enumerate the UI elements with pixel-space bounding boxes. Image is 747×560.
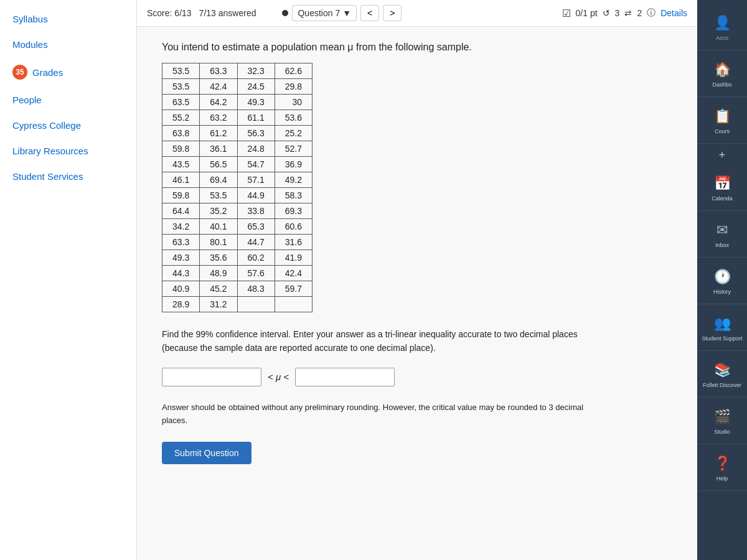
table-row: 53.542.424.529.8: [162, 79, 312, 95]
table-cell: 59.8: [162, 188, 200, 203]
data-table: 53.563.332.362.653.542.424.529.863.564.2…: [162, 63, 312, 312]
table-cell: 57.6: [237, 266, 275, 281]
sidebar-item-cypress[interactable]: Cypress College: [0, 113, 136, 138]
info-icon: ⓘ: [647, 7, 655, 19]
table-cell: 58.3: [275, 188, 312, 203]
table-cell: 30: [275, 95, 312, 110]
sidebar-item-calendar[interactable]: 📅 Calenda: [697, 167, 747, 211]
table-cell: 65.3: [237, 219, 275, 235]
sidebar-label-modules: Modules: [12, 39, 48, 50]
table-row: 63.380.144.731.6: [162, 235, 312, 250]
table-cell: 69.4: [200, 172, 237, 188]
table-cell: 53.5: [162, 79, 200, 95]
table-cell: 57.1: [237, 172, 275, 188]
table-row: 63.564.249.330: [162, 95, 312, 110]
dashboard-icon: 🏠: [714, 62, 731, 78]
account-icon: 👤: [714, 15, 731, 31]
table-cell: 53.5: [200, 188, 237, 203]
table-cell: 64.4: [162, 203, 200, 219]
note-text: Answer should be obtained without any pr…: [162, 401, 585, 427]
sidebar-label-syllabus: Syllabus: [12, 14, 48, 24]
table-cell: 64.2: [200, 95, 237, 110]
sync-count: 2: [637, 8, 642, 18]
sidebar-label-grades: Grades: [32, 67, 63, 78]
dropdown-chevron-icon: ▼: [342, 8, 351, 18]
sidebar-item-account[interactable]: 👤 Acco: [697, 6, 747, 50]
sidebar-item-help[interactable]: ❓ Help: [697, 447, 747, 491]
table-cell: 45.2: [200, 281, 237, 297]
table-row: 49.335.660.241.9: [162, 250, 312, 266]
studio-label: Studio: [714, 429, 730, 435]
sidebar-item-syllabus[interactable]: Syllabus: [0, 6, 136, 32]
sidebar-item-studio[interactable]: 🎬 Studio: [697, 400, 747, 444]
answer-input-left[interactable]: [162, 368, 261, 386]
table-cell: 61.2: [200, 126, 237, 141]
plus-button[interactable]: +: [697, 146, 747, 164]
answer-row: < μ <: [162, 368, 672, 386]
table-cell: 54.7: [237, 157, 275, 172]
question-dropdown[interactable]: Question 7 ▼: [292, 5, 357, 21]
history-icon: 🕐: [714, 269, 731, 285]
history-label: History: [713, 289, 731, 295]
student-support-icon: 👥: [714, 315, 731, 332]
studio-icon: 🎬: [714, 409, 731, 425]
sidebar-item-inbox[interactable]: ✉ Inbox: [697, 213, 747, 258]
question-text: You intend to estimate a population mean…: [162, 42, 672, 53]
nav-prev-button[interactable]: <: [360, 5, 379, 21]
table-cell: 62.6: [275, 63, 312, 79]
table-cell: 60.6: [275, 219, 312, 235]
table-row: 64.435.233.869.3: [162, 203, 312, 219]
table-cell: 53.5: [162, 63, 200, 79]
sidebar-item-dashboard[interactable]: 🏠 Dashbo: [697, 53, 747, 97]
sidebar-item-history[interactable]: 🕐 History: [697, 260, 747, 304]
table-cell: 63.8: [162, 126, 200, 141]
table-row: 63.861.256.325.2: [162, 126, 312, 141]
answer-input-right[interactable]: [295, 368, 395, 386]
submit-button[interactable]: Submit Question: [162, 442, 251, 464]
table-row: 40.945.248.359.7: [162, 281, 312, 297]
nav-next-button[interactable]: >: [383, 5, 402, 21]
grades-badge: 35: [12, 65, 27, 80]
sidebar-item-student-support[interactable]: 👥 Student Support: [697, 307, 747, 351]
table-cell: 56.3: [237, 126, 275, 141]
table-cell: 59.8: [162, 141, 200, 157]
table-cell: 63.5: [162, 95, 200, 110]
table-cell: 55.2: [162, 110, 200, 126]
table-cell: 49.3: [162, 250, 200, 266]
table-cell: 60.2: [237, 250, 275, 266]
table-cell: 36.1: [200, 141, 237, 157]
table-row: 59.836.124.852.7: [162, 141, 312, 157]
table-row: 53.563.332.362.6: [162, 63, 312, 79]
details-label[interactable]: Details: [660, 8, 687, 18]
student-support-label: Student Support: [702, 335, 742, 342]
table-cell: 35.2: [200, 203, 237, 219]
table-cell: 40.9: [162, 281, 200, 297]
courses-label: Cours: [715, 128, 730, 134]
left-sidebar: Syllabus Modules 35 Grades People Cypres…: [0, 0, 137, 560]
table-row: 55.263.261.153.6: [162, 110, 312, 126]
topbar: Score: 6/13 7/13 answered Question 7 ▼ <…: [137, 0, 697, 27]
redo-icon: ↺: [603, 8, 610, 18]
question-selector: Question 7 ▼ < >: [282, 5, 402, 21]
sidebar-item-student[interactable]: Student Services: [0, 164, 136, 189]
instructions-text: Find the 99% confidence interval. Enter …: [162, 327, 585, 355]
calendar-icon: 📅: [714, 175, 731, 192]
dashboard-label: Dashbo: [712, 82, 731, 88]
sidebar-item-courses[interactable]: 📋 Cours: [697, 100, 747, 144]
table-cell: 49.2: [275, 172, 312, 188]
sidebar-item-grades[interactable]: 35 Grades: [0, 57, 136, 87]
question-label: Question 7: [298, 8, 340, 18]
sidebar-item-library[interactable]: Library Resources: [0, 138, 136, 164]
table-cell: 46.1: [162, 172, 200, 188]
table-cell: 43.5: [162, 157, 200, 172]
sidebar-item-people[interactable]: People: [0, 87, 136, 113]
sidebar-item-follett[interactable]: 📚 Follett Discover: [697, 353, 747, 398]
table-cell: 49.3: [237, 95, 275, 110]
table-cell: 29.8: [275, 79, 312, 95]
table-cell: 31.6: [275, 235, 312, 250]
table-cell: 80.1: [200, 235, 237, 250]
table-row: 34.240.165.360.6: [162, 219, 312, 235]
right-sidebar: 👤 Acco 🏠 Dashbo 📋 Cours + 📅 Calenda ✉ In…: [697, 0, 747, 560]
table-cell: 44.7: [237, 235, 275, 250]
sidebar-item-modules[interactable]: Modules: [0, 32, 136, 57]
